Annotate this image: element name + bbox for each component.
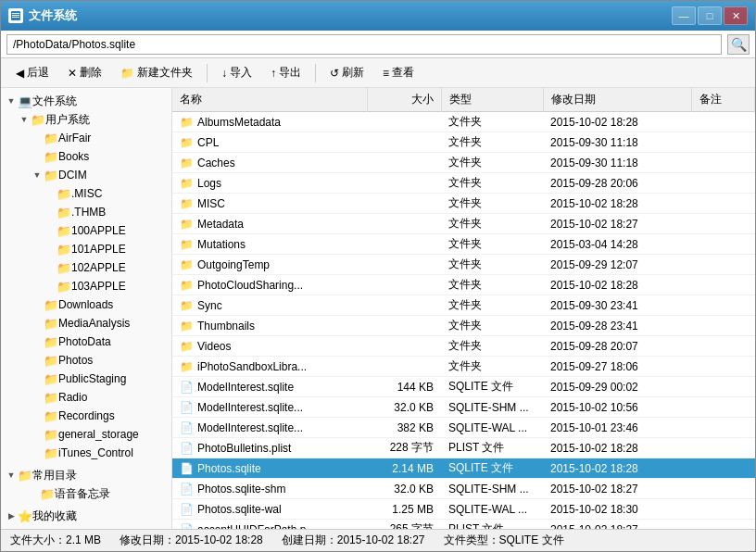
voicememo-label: 语音备忘录	[55, 486, 168, 502]
table-row[interactable]: 📄ModelInterest.sqlite144 KBSQLITE 文件2015…	[172, 377, 755, 397]
table-row[interactable]: 📁OutgoingTemp文件夹2015-09-29 12:07	[172, 255, 755, 275]
file-date: 2015-09-30 11:18	[543, 153, 691, 173]
sidebar-item-102apple[interactable]: 📁102APPLE	[1, 258, 171, 277]
address-input[interactable]	[6, 34, 722, 55]
table-row[interactable]: 📁iPhotoSandboxLibra...文件夹2015-09-27 18:0…	[172, 357, 755, 377]
refresh-label: 刷新	[342, 65, 364, 81]
toggle-favorites: ▶	[5, 509, 18, 522]
table-row[interactable]: 📁Thumbnails文件夹2015-09-28 23:41	[172, 316, 755, 336]
back-button[interactable]: ◀ 后退	[8, 61, 57, 84]
sidebar-item-commondir[interactable]: ▼ 📁 常用目录	[1, 466, 171, 484]
file-date: 2015-10-02 18:27	[543, 479, 691, 499]
table-row[interactable]: 📁Metadata文件夹2015-10-02 18:27	[172, 214, 755, 234]
sidebar-item-usersystem[interactable]: ▼ 📁 用户系统	[1, 110, 171, 129]
sidebar-item-100apple[interactable]: 📁100APPLE	[1, 221, 171, 240]
sidebar-item-books[interactable]: 📁Books	[1, 147, 171, 166]
sidebar-item-misc[interactable]: 📁.MISC	[1, 184, 171, 203]
file-type: 文件夹	[441, 316, 543, 336]
toggle-commondir: ▼	[5, 469, 18, 482]
table-row[interactable]: 📁AlbumsMetadata文件夹2015-10-02 18:28	[172, 112, 755, 132]
sidebar-item-root[interactable]: ▼ 💻 文件系统	[1, 92, 171, 110]
sidebar-item-101apple[interactable]: 📁101APPLE	[1, 240, 171, 258]
file-note	[691, 499, 755, 520]
table-row[interactable]: 📁Videos文件夹2015-09-28 20:07	[172, 336, 755, 357]
sidebar-item-radio[interactable]: 📁Radio	[1, 388, 171, 407]
refresh-button[interactable]: ↺ 刷新	[322, 61, 372, 84]
table-row[interactable]: 📁MISC文件夹2015-10-02 18:28	[172, 194, 755, 214]
sidebar-item-dcim[interactable]: ▼📁DCIM	[1, 166, 171, 184]
table-row[interactable]: 📄accentUUIDForPath.p...265 字节PLIST 文件201…	[172, 520, 755, 530]
table-row[interactable]: 📄Photos.sqlite2.14 MBSQLITE 文件2015-10-02…	[172, 458, 755, 479]
file-size: 32.0 KB	[367, 397, 441, 418]
sidebar-item-itunescontrol[interactable]: 📁iTunes_Control	[1, 444, 171, 462]
minimize-button[interactable]: —	[672, 6, 696, 25]
table-row[interactable]: 📁PhotoCloudSharing...文件夹2015-10-02 18:28	[172, 275, 755, 295]
sidebar-item-label: 102APPLE	[71, 261, 168, 274]
file-name: 📄Photos.sqlite-wal	[172, 499, 367, 520]
search-button[interactable]: 🔍	[727, 34, 750, 55]
col-header-date[interactable]: 修改日期	[543, 88, 691, 112]
table-row[interactable]: 📁Sync文件夹2015-09-30 23:41	[172, 295, 755, 316]
sidebar-item-label: Photos	[58, 354, 168, 367]
file-type: 文件夹	[441, 275, 543, 295]
sidebar-item-recordings[interactable]: 📁Recordings	[1, 407, 171, 425]
toggle-icon	[31, 132, 44, 144]
sidebar-item-label: Recordings	[58, 409, 168, 422]
sidebar-item-publicstaging[interactable]: 📁PublicStaging	[1, 370, 171, 388]
col-header-type[interactable]: 类型	[441, 88, 543, 112]
file-name: 📄PhotoBulletins.plist	[172, 438, 367, 458]
view-button[interactable]: ≡ 查看	[375, 61, 422, 84]
file-size	[367, 234, 441, 255]
table-row[interactable]: 📁Logs文件夹2015-09-28 20:06	[172, 173, 755, 194]
file-size: 32.0 KB	[367, 479, 441, 499]
table-row[interactable]: 📄ModelInterest.sqlite...382 KBSQLITE-WAL…	[172, 418, 755, 438]
toggle-icon	[31, 428, 44, 441]
svg-rect-3	[12, 13, 19, 14]
table-row[interactable]: 📄ModelInterest.sqlite...32.0 KBSQLITE-SH…	[172, 397, 755, 418]
sidebar-item-thmb[interactable]: 📁.THMB	[1, 203, 171, 221]
sidebar-item-voicememo[interactable]: 📁 语音备忘录	[1, 484, 171, 503]
table-row[interactable]: 📄Photos.sqlite-shm32.0 KBSQLITE-SHM ...2…	[172, 479, 755, 499]
voicememo-icon: 📁	[40, 487, 55, 500]
title-bar: 文件系统 — □ ✕	[1, 1, 755, 31]
sidebar-item-downloads[interactable]: 📁Downloads	[1, 295, 171, 314]
col-header-name[interactable]: 名称	[172, 88, 367, 112]
main-area: ▼ 💻 文件系统 ▼ 📁 用户系统 📁AirFair📁Books▼📁DCIM📁.…	[1, 88, 755, 529]
view-icon: ≡	[383, 67, 389, 80]
sidebar-item-mediaanalysis[interactable]: 📁MediaAnalysis	[1, 314, 171, 332]
sidebar-item-photos[interactable]: 📁Photos	[1, 351, 171, 370]
file-note	[691, 377, 755, 397]
table-row[interactable]: 📄PhotoBulletins.plist228 字节PLIST 文件2015-…	[172, 438, 755, 458]
sidebar-item-label: .MISC	[71, 187, 168, 200]
sidebar-item-103apple[interactable]: 📁103APPLE	[1, 277, 171, 295]
file-date: 2015-09-30 23:41	[543, 295, 691, 316]
file-note	[691, 275, 755, 295]
sidebar-item-photodata[interactable]: 📁PhotoData	[1, 332, 171, 351]
file-note	[691, 336, 755, 357]
close-button[interactable]: ✕	[724, 6, 748, 25]
file-date: 2015-10-02 18:28	[543, 112, 691, 132]
col-header-note[interactable]: 备注	[691, 88, 755, 112]
folder-icon: 📁	[44, 372, 58, 385]
folder-icon: 📁	[44, 446, 58, 459]
table-row[interactable]: 📄Photos.sqlite-wal1.25 MBSQLITE-WAL ...2…	[172, 499, 755, 520]
folder-icon: 📁	[57, 206, 71, 219]
import-button[interactable]: ↓ 导入	[214, 61, 259, 84]
export-button[interactable]: ↑ 导出	[263, 61, 309, 84]
col-header-size[interactable]: 大小	[367, 88, 441, 112]
table-row[interactable]: 📁Caches文件夹2015-09-30 11:18	[172, 153, 755, 173]
table-row[interactable]: 📁Mutations文件夹2015-03-04 14:28	[172, 234, 755, 255]
sidebar-item-favorites[interactable]: ▶ ⭐ 我的收藏	[1, 507, 171, 525]
file-date: 2015-10-02 18:28	[543, 194, 691, 214]
maximize-button[interactable]: □	[698, 6, 722, 25]
delete-button[interactable]: ✕ 删除	[60, 61, 109, 84]
status-filesize: 文件大小：2.1 MB	[10, 533, 101, 548]
title-bar-left: 文件系统	[8, 7, 77, 24]
favorites-label: 我的收藏	[32, 508, 168, 524]
new-folder-button[interactable]: 📁 新建文件夹	[113, 61, 200, 84]
sidebar-item-generalstorage[interactable]: 📁general_storage	[1, 425, 171, 444]
file-date: 2015-10-02 18:30	[543, 499, 691, 520]
table-row[interactable]: 📁CPL文件夹2015-09-30 11:18	[172, 132, 755, 153]
file-size	[367, 336, 441, 357]
sidebar-item-airfair[interactable]: 📁AirFair	[1, 129, 171, 147]
